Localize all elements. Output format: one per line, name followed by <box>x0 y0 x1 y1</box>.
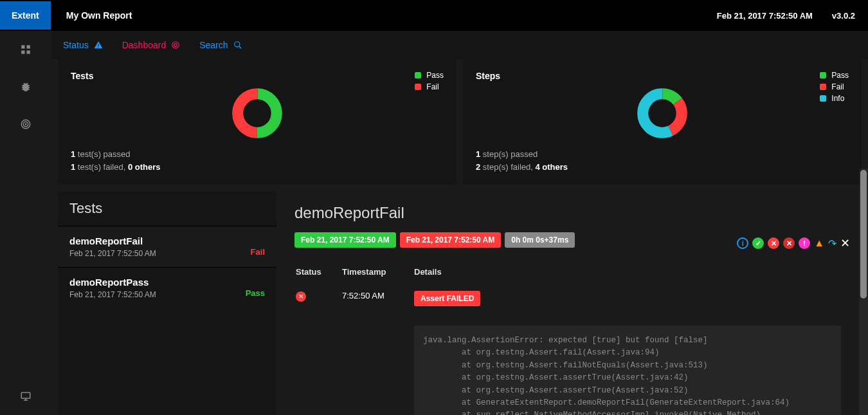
tests-card: Tests Pass Fail 1 test(s) passed 1 test(… <box>58 59 457 185</box>
end-time-badge: Feb 21, 2017 7:52:50 AM <box>400 232 502 248</box>
fatal-filter-icon[interactable]: ✕ <box>783 237 795 249</box>
detail-title: demoReportFail <box>294 204 850 222</box>
monitor-icon[interactable] <box>20 391 32 402</box>
fail-status-icon: ✕ <box>296 291 306 302</box>
target-small-icon <box>171 41 180 50</box>
steps-stats: 1 step(s) passed 2 step(s) failed, 4 oth… <box>476 148 849 173</box>
svg-point-10 <box>172 42 179 49</box>
svg-rect-2 <box>21 51 24 54</box>
version-label: v3.0.2 <box>832 11 855 21</box>
tests-stats: 1 test(s) passed 1 test(s) failed, 0 oth… <box>71 148 444 173</box>
tests-donut-chart <box>231 88 283 139</box>
status-badge: Pass <box>246 288 265 298</box>
svg-point-6 <box>25 124 26 125</box>
test-item-fail[interactable]: demoReportFail Feb 21, 2017 7:52:50 AM F… <box>58 226 276 267</box>
start-time-badge: Feb 21, 2017 7:52:50 AM <box>294 232 396 248</box>
subnav-status-label: Status <box>63 40 89 50</box>
assert-failed-badge: Assert FAILED <box>414 291 480 306</box>
svg-rect-0 <box>21 45 24 48</box>
search-icon <box>233 41 242 50</box>
duration-badge: 0h 0m 0s+37ms <box>505 232 575 248</box>
detail-filter-icons: i ✓ ✕ ✕ ! ▲ ↷ ✕ <box>737 236 850 250</box>
tests-legend: Pass Fail <box>415 71 444 94</box>
subnav-search[interactable]: Search <box>199 40 242 50</box>
skip-filter-icon[interactable]: ↷ <box>828 237 836 250</box>
steps-card: Steps Pass Fail Info 1 step(s) passed 2 … <box>463 59 862 185</box>
tests-card-title: Tests <box>71 71 444 81</box>
test-list: Tests demoReportFail Feb 21, 2017 7:52:5… <box>58 191 276 415</box>
svg-rect-3 <box>27 51 30 54</box>
svg-point-12 <box>234 42 239 47</box>
dashboard-icon[interactable] <box>20 44 32 55</box>
pass-filter-icon[interactable]: ✓ <box>752 237 764 249</box>
subnav-status[interactable]: Status <box>63 40 103 50</box>
subnav: Status Dashboard Search <box>51 31 868 59</box>
target-icon[interactable] <box>20 118 32 130</box>
table-row: java.lang.AssertionError: expected [true… <box>296 313 849 415</box>
test-list-header: Tests <box>58 191 276 226</box>
stack-trace: java.lang.AssertionError: expected [true… <box>414 326 841 415</box>
svg-point-11 <box>174 44 177 47</box>
legend-swatch-pass <box>820 72 826 78</box>
steps-donut-chart <box>637 88 688 139</box>
svg-line-13 <box>239 46 241 49</box>
fail-filter-icon[interactable]: ✕ <box>768 237 779 249</box>
legend-swatch-pass <box>415 72 421 78</box>
left-nav <box>0 31 51 415</box>
status-badge: Fail <box>251 247 265 257</box>
error-filter-icon[interactable]: ! <box>799 237 810 249</box>
svg-rect-1 <box>27 45 30 48</box>
svg-rect-7 <box>21 392 30 398</box>
steps-card-title: Steps <box>476 71 849 81</box>
steps-legend: Pass Fail Info <box>820 71 849 106</box>
legend-swatch-fail <box>415 84 421 90</box>
scrollbar-thumb[interactable] <box>860 170 867 299</box>
subnav-search-label: Search <box>199 40 228 50</box>
subnav-dashboard[interactable]: Dashboard <box>122 40 181 50</box>
steps-table: Status Timestamp Details ✕ 7:52:50 AM As… <box>294 261 850 415</box>
info-filter-icon[interactable]: i <box>737 237 748 249</box>
table-row: ✕ 7:52:50 AM Assert FAILED <box>296 286 849 311</box>
close-icon[interactable]: ✕ <box>840 236 850 250</box>
test-item-pass[interactable]: demoReportPass Feb 21, 2017 7:52:50 AM P… <box>58 267 276 308</box>
report-title: My Own Report <box>66 10 132 21</box>
topbar: Extent My Own Report Feb 21, 2017 7:52:5… <box>0 0 868 31</box>
report-timestamp: Feb 21, 2017 7:52:50 AM <box>717 11 813 21</box>
warning-filter-icon[interactable]: ▲ <box>814 237 824 249</box>
subnav-dashboard-label: Dashboard <box>122 40 167 50</box>
brand-logo[interactable]: Extent <box>0 1 51 30</box>
legend-swatch-fail <box>820 84 826 90</box>
legend-swatch-info <box>820 95 826 102</box>
warning-icon <box>94 41 103 50</box>
test-detail: demoReportFail Feb 21, 2017 7:52:50 AM F… <box>276 191 868 415</box>
scrollbar[interactable] <box>859 169 868 415</box>
bug-icon[interactable] <box>20 81 32 93</box>
